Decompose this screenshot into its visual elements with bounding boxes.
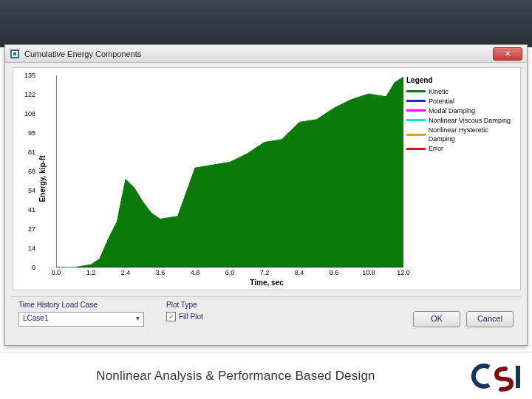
- legend-label: Nonlinear Hysteretic Damping: [429, 126, 516, 143]
- y-tick: 27: [28, 225, 35, 233]
- x-tick: 12.0: [397, 269, 410, 276]
- legend-item: Modal Damping: [406, 106, 516, 115]
- legend-item: Nonlinear Hysteretic Damping: [406, 126, 516, 143]
- legend-label: Error: [429, 144, 443, 153]
- svg-rect-2: [13, 52, 16, 55]
- y-tick: 108: [24, 110, 35, 117]
- svg-rect-5: [516, 366, 520, 388]
- fillplot-label: Fill Plot: [179, 313, 203, 321]
- legend-swatch: [406, 134, 426, 136]
- app-icon: [10, 49, 20, 59]
- cancel-button[interactable]: Cancel: [466, 311, 514, 327]
- x-tick: 2.4: [121, 269, 131, 276]
- legend-item: Error: [406, 144, 516, 153]
- legend-item: Potential: [406, 97, 516, 106]
- legend-swatch: [406, 109, 426, 112]
- legend-swatch: [406, 90, 426, 92]
- x-tick: 1.2: [86, 269, 96, 276]
- legend-title: Legend: [406, 75, 516, 86]
- csi-logo: [471, 360, 523, 392]
- close-button[interactable]: ✕: [493, 47, 522, 61]
- legend-item: Nonlinear Viscous Damping: [406, 116, 516, 125]
- plottype-label: Plot Type: [166, 301, 314, 309]
- plot-area: [56, 75, 403, 267]
- x-tick: 6.0: [225, 269, 235, 276]
- x-tick: 3.6: [156, 269, 166, 276]
- y-tick: 81: [28, 149, 35, 156]
- options-row: Time History Load Case LCase1 Plot Type …: [18, 301, 514, 327]
- x-axis-label: Time, sec: [250, 279, 283, 287]
- loadcase-label: Time History Load Case: [18, 301, 166, 309]
- energy-components-dialog: Cumulative Energy Components ✕ Energy, k…: [4, 44, 528, 346]
- x-tick: 7.2: [260, 269, 270, 276]
- divider: [11, 296, 521, 297]
- y-tick: 95: [28, 129, 35, 137]
- x-tick: 0.0: [52, 269, 61, 276]
- chart-legend: Legend KineticPotentialModal DampingNonl…: [406, 75, 516, 154]
- dialog-titlebar: Cumulative Energy Components ✕: [5, 45, 527, 63]
- legend-label: Nonlinear Viscous Damping: [429, 116, 511, 125]
- y-tick: 41: [28, 206, 35, 214]
- legend-swatch: [406, 100, 426, 102]
- legend-swatch: [406, 119, 426, 121]
- legend-swatch: [406, 148, 426, 150]
- y-tick: 54: [28, 187, 35, 194]
- legend-label: Modal Damping: [429, 106, 475, 115]
- legend-label: Kinetic: [429, 87, 449, 96]
- footer-caption: Nonlinear Analysis & Performance Based D…: [0, 369, 471, 383]
- dialog-title: Cumulative Energy Components: [24, 50, 493, 58]
- slide-footer: Nonlinear Analysis & Performance Based D…: [0, 352, 532, 399]
- legend-label: Potential: [429, 97, 454, 106]
- x-tick: 9.6: [330, 269, 339, 276]
- x-tick: 10.8: [362, 269, 375, 276]
- y-tick: 122: [24, 91, 35, 98]
- ok-button[interactable]: OK: [413, 311, 460, 327]
- y-tick: 68: [28, 168, 35, 175]
- y-tick: 14: [28, 245, 35, 252]
- energy-chart-svg: [56, 75, 403, 267]
- loadcase-select[interactable]: LCase1: [18, 312, 144, 327]
- y-tick: 0: [32, 264, 35, 271]
- legend-item: Kinetic: [406, 87, 516, 96]
- y-tick: 135: [24, 72, 35, 79]
- title-band: [0, 0, 532, 47]
- loadcase-value: LCase1: [23, 314, 48, 322]
- x-tick: 4.8: [191, 269, 200, 276]
- chart-frame: Energy, kip-ft Time, sec 135 122 108 95 …: [13, 67, 521, 290]
- close-icon: ✕: [505, 50, 511, 58]
- x-tick: 8.4: [295, 269, 304, 276]
- y-axis-label: Energy, kip-ft: [38, 155, 47, 202]
- fillplot-checkbox[interactable]: ✓: [166, 312, 176, 321]
